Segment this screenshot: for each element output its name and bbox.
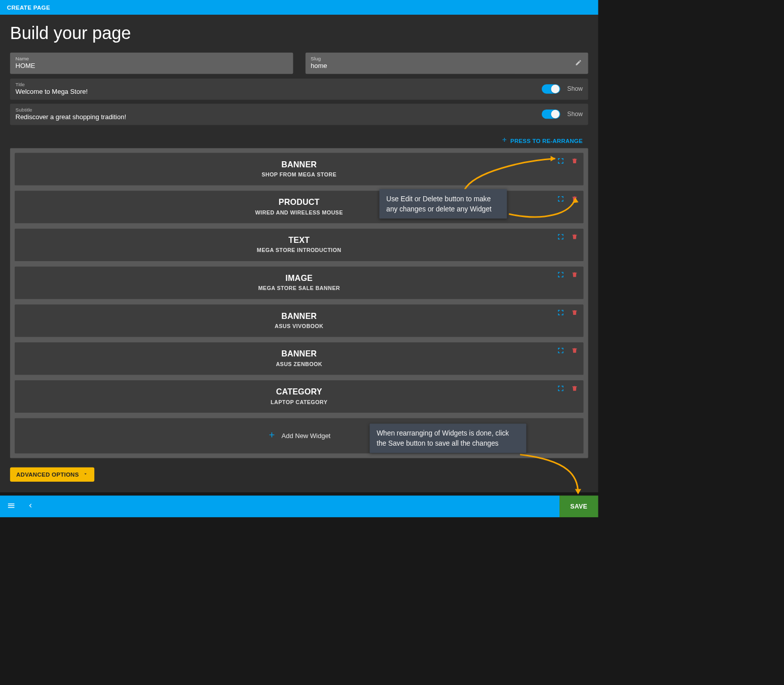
widget-subtitle: SHOP FROM MEGA STORE (21, 171, 577, 177)
plus-icon (268, 430, 276, 442)
subtitle-show-label: Show (567, 111, 583, 118)
widget-item: BANNERASUS ZENBOOK (15, 342, 583, 375)
main-panel: Build your page Name Slug Title Show Sub… (0, 15, 598, 492)
callout-save: When rearranging of Widgets is done, cli… (369, 423, 526, 453)
callout-edit-delete: Use Edit or Delete button to make any ch… (380, 189, 507, 219)
widget-type: CATEGORY (21, 387, 577, 396)
title-show-label: Show (567, 85, 583, 92)
slug-input[interactable] (311, 62, 583, 70)
advanced-options-button[interactable]: ADVANCED OPTIONS (10, 467, 94, 482)
hamburger-icon[interactable] (7, 501, 16, 512)
title-show-toggle[interactable] (542, 84, 561, 93)
widget-item: IMAGEMEGA STORE SALE BANNER (15, 267, 583, 299)
widget-type: BANNER (21, 349, 577, 358)
expand-icon[interactable] (557, 271, 564, 280)
pencil-icon[interactable] (575, 59, 582, 67)
slug-field[interactable]: Slug (305, 53, 588, 74)
title-input[interactable] (16, 88, 542, 96)
expand-icon[interactable] (557, 195, 564, 204)
expand-icon[interactable] (557, 158, 564, 166)
widget-item: BANNERSHOP FROM MEGA STORE (15, 153, 583, 185)
widget-item: TEXTMEGA STORE INTRODUCTION (15, 229, 583, 261)
chevron-down-icon (83, 471, 88, 478)
expand-icon[interactable] (557, 233, 564, 242)
expand-icon[interactable] (557, 385, 564, 393)
widgets-panel: BANNERSHOP FROM MEGA STOREPRODUCTWIRED A… (10, 148, 588, 458)
name-field[interactable]: Name (10, 53, 293, 74)
widget-subtitle: MEGA STORE SALE BANNER (21, 285, 577, 291)
page-title: Build your page (10, 23, 588, 44)
name-label: Name (16, 56, 288, 61)
subtitle-input[interactable] (16, 114, 542, 121)
widget-item: CATEGORYLAPTOP CATEGORY (15, 380, 583, 413)
widget-item: BANNERASUS VIVOBOOK (15, 304, 583, 337)
widget-type: BANNER (21, 311, 577, 320)
bottombar: SAVE (0, 495, 598, 517)
expand-icon[interactable] (557, 309, 564, 318)
trash-icon[interactable] (571, 309, 578, 318)
trash-icon[interactable] (571, 158, 578, 166)
rearrange-label: PRESS TO RE-ARRANGE (510, 137, 583, 144)
name-input[interactable] (16, 62, 288, 70)
trash-icon[interactable] (571, 385, 578, 393)
trash-icon[interactable] (571, 195, 578, 204)
trash-icon[interactable] (571, 233, 578, 242)
save-button[interactable]: SAVE (559, 495, 598, 517)
widget-subtitle: MEGA STORE INTRODUCTION (21, 247, 577, 254)
title-field: Title Show (10, 79, 588, 100)
subtitle-field: Subtitle Show (10, 103, 588, 125)
move-icon (502, 137, 507, 145)
trash-icon[interactable] (571, 347, 578, 355)
subtitle-show-toggle[interactable] (542, 110, 561, 119)
widget-subtitle: ASUS ZENBOOK (21, 361, 577, 367)
title-label: Title (16, 82, 542, 87)
widget-subtitle: LAPTOP CATEGORY (21, 399, 577, 405)
add-widget-label: Add New Widget (282, 432, 331, 440)
advanced-options-label: ADVANCED OPTIONS (16, 471, 79, 478)
trash-icon[interactable] (571, 271, 578, 280)
rearrange-link[interactable]: PRESS TO RE-ARRANGE (502, 137, 583, 145)
widget-type: IMAGE (21, 273, 577, 282)
slug-label: Slug (311, 56, 583, 61)
subtitle-label: Subtitle (16, 107, 542, 113)
chevron-left-icon[interactable] (26, 502, 34, 511)
topbar: CREATE PAGE (0, 0, 598, 15)
widget-type: BANNER (21, 160, 577, 169)
expand-icon[interactable] (557, 347, 564, 355)
widget-subtitle: ASUS VIVOBOOK (21, 323, 577, 329)
widget-type: TEXT (21, 236, 577, 245)
topbar-title: CREATE PAGE (7, 4, 50, 11)
